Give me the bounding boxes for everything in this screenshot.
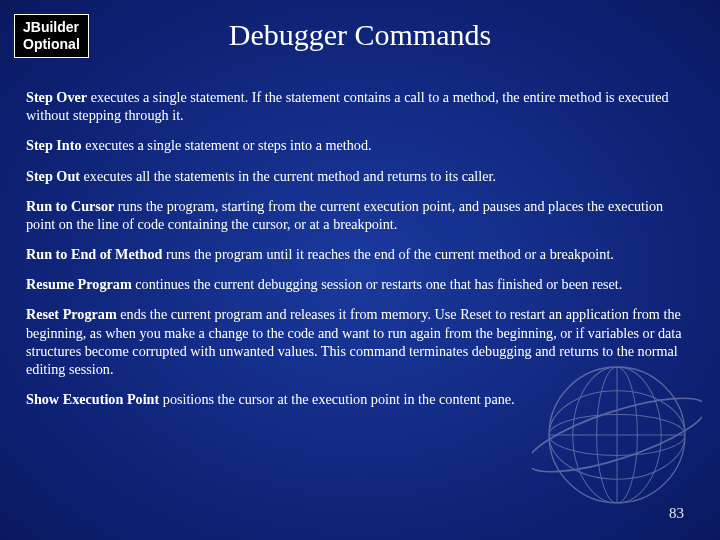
list-item: Run to Cursor runs the program, starting… bbox=[26, 197, 694, 233]
list-item: Show Execution Point positions the curso… bbox=[26, 390, 694, 408]
list-item: Run to End of Method runs the program un… bbox=[26, 245, 694, 263]
list-item: Step Out executes all the statements in … bbox=[26, 167, 694, 185]
list-item: Reset Program ends the current program a… bbox=[26, 305, 694, 378]
desc: continues the current debugging session … bbox=[132, 276, 623, 292]
term: Step Over bbox=[26, 89, 87, 105]
term: Run to End of Method bbox=[26, 246, 162, 262]
slide-title: Debugger Commands bbox=[0, 18, 720, 52]
list-item: Step Over executes a single statement. I… bbox=[26, 88, 694, 124]
list-item: Resume Program continues the current deb… bbox=[26, 275, 694, 293]
slide: JBuilder Optional Debugger Commands Step… bbox=[0, 0, 720, 540]
content-area: Step Over executes a single statement. I… bbox=[26, 88, 694, 420]
desc: ends the current program and releases it… bbox=[26, 306, 682, 377]
svg-point-2 bbox=[549, 415, 685, 456]
term: Show Execution Point bbox=[26, 391, 159, 407]
desc: positions the cursor at the execution po… bbox=[159, 391, 514, 407]
desc: executes all the statements in the curre… bbox=[80, 168, 496, 184]
desc: runs the program, starting from the curr… bbox=[26, 198, 663, 232]
term: Run to Cursor bbox=[26, 198, 114, 214]
desc: runs the program until it reaches the en… bbox=[162, 246, 614, 262]
term: Reset Program bbox=[26, 306, 117, 322]
desc: executes a single statement or steps int… bbox=[82, 137, 372, 153]
page-number: 83 bbox=[669, 505, 684, 522]
term: Step Out bbox=[26, 168, 80, 184]
desc: executes a single statement. If the stat… bbox=[26, 89, 669, 123]
term: Resume Program bbox=[26, 276, 132, 292]
list-item: Step Into executes a single statement or… bbox=[26, 136, 694, 154]
term: Step Into bbox=[26, 137, 82, 153]
